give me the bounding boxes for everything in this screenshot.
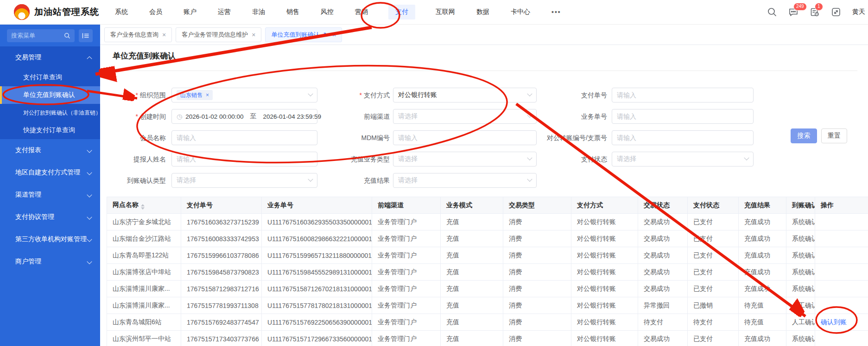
collapse-menu-button[interactable] xyxy=(79,29,93,42)
field-p1gp1jpvnh6c-select[interactable]: 山东销售× xyxy=(171,88,317,103)
field-g99oa7lr4sib-select[interactable]: 请选择 xyxy=(393,109,537,124)
tab-1[interactable]: 客户业务管理员信息维护× xyxy=(176,27,261,42)
sidebar-item-0-3[interactable]: 快捷支付订单查询 xyxy=(0,122,100,139)
tab-label: 客户业务管理员信息维护 xyxy=(182,31,248,39)
confirm-arrival-link[interactable]: 确认到账 xyxy=(821,318,847,326)
nav-item-11[interactable]: 卡中心 xyxy=(510,5,531,19)
cell-value: 已撤销 xyxy=(693,301,713,309)
field-jzjfkok3dirz-select[interactable]: 对公银行转账 xyxy=(393,88,537,103)
cell-value: 系统确认 xyxy=(792,235,815,242)
field-g1xfukffegbl-select[interactable]: 请选择 xyxy=(393,152,537,167)
reset-button[interactable]: 重置 xyxy=(821,128,847,143)
filter-label: 对公转账编号/支票号 xyxy=(528,130,607,145)
cell-value: 业务管理门户 xyxy=(378,268,417,276)
cell-value: 业务管理门户 xyxy=(378,285,417,292)
field-ffegblgglgl3-input[interactable] xyxy=(612,109,754,124)
sidebar-search-input[interactable]: 搜索菜单 xyxy=(7,29,75,42)
field-251w25p3qgl3-input[interactable] xyxy=(393,130,537,145)
close-icon[interactable]: × xyxy=(252,32,255,38)
cell-value: 山东滨州邹平一中站 xyxy=(113,335,171,342)
cell: 业务管理门户 xyxy=(372,331,441,346)
column-header-label: 到账确认 xyxy=(792,201,815,209)
cell-value: 充值成功 xyxy=(744,235,770,242)
sidebar-group-label: 支付报表 xyxy=(15,146,41,154)
username[interactable]: 黄天 xyxy=(852,8,866,16)
sidebar-group-1[interactable]: 支付报表 xyxy=(0,139,100,161)
column-header-label: 业务单号 xyxy=(267,201,293,209)
sort-asc-icon xyxy=(141,204,145,206)
search-icon[interactable] xyxy=(767,7,777,17)
select-placeholder: 请选择 xyxy=(398,112,418,121)
cell: 充值成功 xyxy=(739,264,786,281)
cell: 待支付 xyxy=(688,314,739,331)
nav-item-7[interactable]: 营销 xyxy=(354,5,369,19)
select-value: 对公银行转账 xyxy=(398,91,437,99)
cell: 对公银行转账 xyxy=(571,231,638,247)
nav-item-10[interactable]: 数据 xyxy=(475,5,490,19)
messages-icon[interactable]: 249 xyxy=(788,7,798,17)
sidebar-item-0-0[interactable]: 支付订单查询 xyxy=(0,69,100,86)
field-g8grvqnserl0-select[interactable]: 请选择 xyxy=(171,173,317,188)
nav-item-6[interactable]: 风控 xyxy=(320,5,335,19)
refresh-icon[interactable]: ↻ xyxy=(323,32,329,38)
cell-value: 系统确认 xyxy=(792,268,815,276)
column-header-label: 支付单号 xyxy=(187,201,213,209)
nav-item-3[interactable]: 运营 xyxy=(217,5,232,19)
table-row: 山东青岛城阳6站17675157692483774547U11176751576… xyxy=(107,314,868,331)
sidebar-group-4[interactable]: 支付协议管理 xyxy=(0,206,100,228)
tasks-icon[interactable]: 1 xyxy=(810,7,820,17)
field-jzjfkogglgl3-input[interactable] xyxy=(612,88,754,103)
close-icon[interactable]: × xyxy=(332,32,336,38)
operation-cell xyxy=(815,231,868,247)
cell: 充值 xyxy=(441,214,503,231)
search-button[interactable]: 搜索 xyxy=(791,128,817,143)
sidebar-group-2[interactable]: 地区自建支付方式管理 xyxy=(0,161,100,184)
field-g1xfukp1vkgs-select[interactable]: 请选择 xyxy=(393,173,537,188)
cell: 业务管理门户 xyxy=(372,247,441,264)
cell-value: 消费 xyxy=(509,301,522,309)
nav-item-4[interactable]: 非油 xyxy=(251,5,266,19)
tab-2[interactable]: 单位充值到账确认↻× xyxy=(265,27,342,42)
sidebar-group-3[interactable]: 渠道管理 xyxy=(0,184,100,206)
sidebar-item-0-2[interactable]: 对公打款到账确认（非油直销） xyxy=(0,104,100,122)
sidebar-group-label: 第三方收单机构对账管理 xyxy=(15,235,87,243)
nav-item-9[interactable]: 互联网 xyxy=(435,5,456,19)
field-i61g30sbwrvq-input[interactable] xyxy=(612,130,754,145)
cell-value: 已支付 xyxy=(693,285,713,292)
close-icon[interactable]: × xyxy=(162,32,166,38)
cell-value: 17675158712983712716 xyxy=(187,285,259,293)
cell-value: 业务管理门户 xyxy=(378,218,417,225)
cell: 已支付 xyxy=(688,281,739,297)
collapse-menu-icon xyxy=(82,32,89,39)
table-body: 山东济宁金乡城北站17675160363273715239U1117675160… xyxy=(107,214,868,346)
field-fmignsglpo34-input[interactable] xyxy=(171,130,317,145)
tab-0[interactable]: 客户业务信息查询× xyxy=(104,27,172,42)
cell-value: 交易成功 xyxy=(644,235,670,242)
messages-badge: 249 xyxy=(793,3,807,11)
nav-item-5[interactable]: 销售 xyxy=(285,5,300,19)
header-actions: 249 1 黄天 xyxy=(767,7,868,17)
cell-value: 充值 xyxy=(446,218,459,225)
remove-tag-icon[interactable]: × xyxy=(206,92,209,98)
sort-icon[interactable] xyxy=(141,204,145,210)
field-g7virek52tmc-daterange[interactable]: ◷2026-01-02 00:00:00至2026-01-04 23:59:59 xyxy=(171,109,317,124)
fullscreen-icon[interactable] xyxy=(831,7,841,17)
sidebar-group-5[interactable]: 第三方收单机构对账管理 xyxy=(0,228,100,250)
sidebar-group-0[interactable]: 交易管理 xyxy=(0,46,100,69)
nav-item-1[interactable]: 会员 xyxy=(148,5,163,19)
nav-item-0[interactable]: 系统 xyxy=(114,5,129,19)
column-header-5: 交易类型 xyxy=(503,197,571,214)
sidebar-item-0-1[interactable]: 单位充值到账确认 xyxy=(0,86,100,104)
operation-cell xyxy=(815,281,868,297)
nav-item-2[interactable]: 账户 xyxy=(183,5,197,19)
cell: U1117675157172966733560000001... xyxy=(262,331,372,346)
nav-more-button[interactable]: ••• xyxy=(551,5,562,19)
column-header-11: 操作 xyxy=(815,197,868,214)
field-jzjfkomnqiyp-select[interactable]: 请选择 xyxy=(612,152,754,167)
field-jpsjhhfjuhqr-input[interactable] xyxy=(171,152,317,167)
sidebar-group-6[interactable]: 商户管理 xyxy=(0,250,100,273)
chevron-up-icon xyxy=(87,56,92,61)
sidebar-group-label: 商户管理 xyxy=(15,257,41,266)
cell: 系统确认 xyxy=(786,247,815,264)
nav-item-8[interactable]: 支付 xyxy=(388,5,415,19)
